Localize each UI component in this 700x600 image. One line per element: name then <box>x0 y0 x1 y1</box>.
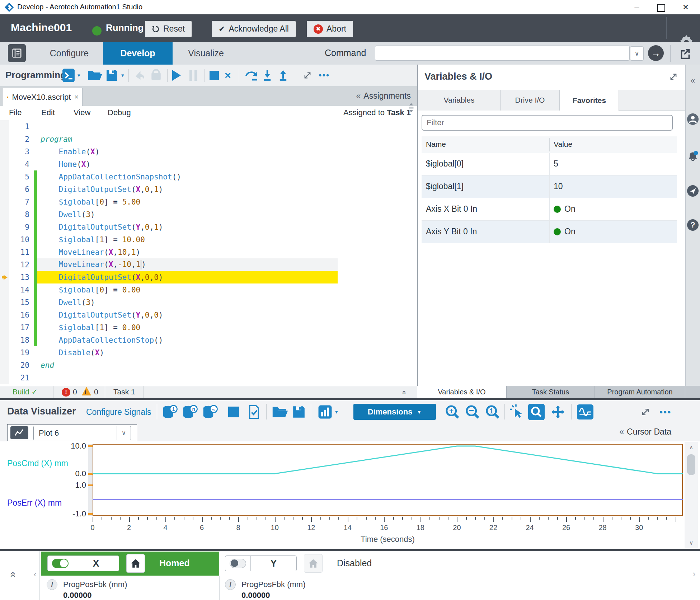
info-icon[interactable]: i <box>225 579 236 590</box>
plot-tab[interactable]: Plot 6 ∨ <box>7 424 137 441</box>
acknowledge-all-button[interactable]: ✔ Acknowledge All <box>212 21 296 37</box>
tab-program-automation[interactable]: Program Automation <box>595 386 685 398</box>
abort-button[interactable]: ✖ Abort <box>307 21 353 37</box>
step-out-icon[interactable] <box>277 69 289 82</box>
code-line[interactable]: 5 AppDataCollectionSnapshot() <box>0 170 417 183</box>
series-label-poserr[interactable]: PosErr (X) mm <box>7 498 62 508</box>
chart-scrollbar[interactable]: ∧ ∨ <box>685 442 698 548</box>
file-tab-close-icon[interactable]: × <box>74 93 79 101</box>
tab-task-status[interactable]: Task Status <box>507 386 595 398</box>
chart-type-dropdown-icon[interactable]: ▾ <box>335 409 338 415</box>
code-line[interactable]: 16 DigitalOutputSet(Y,0,0) <box>0 309 417 321</box>
expand-handle-icon[interactable]: › <box>692 568 696 580</box>
column-value[interactable]: Value <box>554 140 572 149</box>
breakpoint-margin[interactable] <box>0 133 9 145</box>
breakpoint-margin[interactable] <box>0 208 9 221</box>
zoom-out-icon[interactable]: − <box>465 404 480 419</box>
table-row[interactable]: Axis Y Bit 0 InOn <box>422 221 677 243</box>
tab-configure[interactable]: Configure <box>36 42 103 65</box>
code-line[interactable]: 19 Disable(X) <box>0 346 417 359</box>
menu-edit[interactable]: Edit <box>41 108 55 117</box>
new-script-dropdown-icon[interactable]: ▾ <box>77 72 80 79</box>
breakpoint-margin[interactable] <box>0 258 9 271</box>
code-line[interactable]: 17 $iglobal[1] = 0.00 <box>0 321 417 334</box>
info-icon[interactable]: i <box>47 579 57 590</box>
menu-debug[interactable]: Debug <box>108 108 131 117</box>
breakpoint-margin[interactable] <box>0 196 9 208</box>
more-options-icon[interactable]: ••• <box>319 70 330 80</box>
table-row[interactable]: $iglobal[0]5 <box>422 153 677 175</box>
step-over-icon[interactable] <box>244 69 258 82</box>
maximize-button[interactable] <box>653 1 670 13</box>
collection-check-icon[interactable] <box>248 405 260 419</box>
reset-button[interactable]: Reset <box>145 21 192 37</box>
account-icon[interactable] <box>687 113 699 125</box>
code-line[interactable]: 15 Dwell(3) <box>0 296 417 309</box>
scrollbar-thumb[interactable] <box>687 454 695 475</box>
pan-tool-icon[interactable] <box>550 404 565 419</box>
menu-icon[interactable] <box>8 44 26 62</box>
breakpoint-margin[interactable] <box>0 309 9 321</box>
breakpoint-margin[interactable] <box>0 145 9 158</box>
code-line[interactable]: 8 Dwell(3) <box>0 208 417 221</box>
code-line[interactable]: 13 DigitalOutputSet(X,0,0) <box>0 271 417 283</box>
new-script-icon[interactable] <box>62 68 75 83</box>
zoom-in-icon[interactable]: + <box>445 404 460 419</box>
code-line[interactable]: 2program <box>0 133 417 145</box>
breakpoint-margin[interactable] <box>0 170 9 183</box>
zoom-reset-icon[interactable]: 1 <box>485 404 500 419</box>
tab-favorites[interactable]: Favorites <box>560 90 619 111</box>
scroll-down-icon[interactable]: ∨ <box>685 538 698 548</box>
code-line[interactable]: 9 DigitalOutputSet(Y,0,1) <box>0 221 417 233</box>
signal-trace-icon[interactable] <box>577 404 593 419</box>
visualizer-more-icon[interactable]: ••• <box>659 406 671 417</box>
record-once-icon[interactable]: 1 <box>162 405 178 419</box>
breakpoint-margin[interactable] <box>0 158 9 170</box>
code-line[interactable]: 10 $iglobal[1] = 10.00 <box>0 233 417 246</box>
tab-variables[interactable]: Variables <box>418 90 501 111</box>
configure-signals-link[interactable]: Configure Signals <box>86 407 151 417</box>
open-plot-file-icon[interactable] <box>272 406 288 418</box>
code-line[interactable]: 3 Enable(X) <box>0 145 417 158</box>
record-n-icon[interactable]: n <box>182 405 198 419</box>
assignments-toggle[interactable]: «Assignments <box>356 91 411 101</box>
code-line[interactable]: 11 MoveLinear(X,10,1) <box>0 246 417 258</box>
menu-view[interactable]: View <box>74 108 90 117</box>
expand-panel-icon[interactable] <box>669 72 678 81</box>
save-dropdown-icon[interactable]: ▾ <box>121 72 124 79</box>
code-line[interactable]: 1 <box>0 120 417 133</box>
record-continuous-icon[interactable]: ∞ <box>202 405 218 419</box>
code-line[interactable]: 7 $iglobal[0] = 5.00 <box>0 196 417 208</box>
plot-selector-chevron-icon[interactable]: ∨ <box>117 426 131 440</box>
tab-develop[interactable]: Develop <box>103 42 173 65</box>
chart-type-icon[interactable] <box>318 405 332 419</box>
axis-x-home-button[interactable] <box>126 554 145 573</box>
run-icon[interactable] <box>172 70 181 81</box>
cursor-data-toggle[interactable]: «Cursor Data <box>619 427 671 437</box>
code-line[interactable]: 14 $iglobal[0] = 0.00 <box>0 283 417 296</box>
collapse-strip-icon[interactable]: « <box>687 75 699 87</box>
plot-selector[interactable]: Plot 6 ∨ <box>33 426 131 440</box>
code-line[interactable]: 21 <box>0 371 417 384</box>
code-line[interactable]: 6 DigitalOutputSet(X,0,1) <box>0 183 417 196</box>
tab-variables-io[interactable]: Variables & I/O <box>417 386 507 398</box>
expand-programming-icon[interactable] <box>303 71 312 80</box>
filter-input[interactable] <box>422 115 673 131</box>
breakpoint-margin[interactable] <box>0 346 9 359</box>
scroll-up-icon[interactable]: ∧ <box>685 442 698 453</box>
axis-y-enable-toggle[interactable] <box>230 559 246 568</box>
table-row[interactable]: $iglobal[1]10 <box>422 175 677 198</box>
collapse-editor-icon[interactable]: « <box>400 390 409 394</box>
axis-y-pill[interactable]: Y <box>225 556 297 571</box>
code-editor[interactable]: 12program3 Enable(X)4 Home(X)5 AppDataCo… <box>0 120 417 386</box>
breakpoint-margin[interactable] <box>0 371 9 384</box>
breakpoint-margin[interactable] <box>0 233 9 246</box>
command-input[interactable] <box>375 46 630 61</box>
breakpoint-margin[interactable] <box>0 283 9 296</box>
code-line[interactable]: 18 AppDataCollectionStop() <box>0 334 417 346</box>
help-icon[interactable]: ? <box>687 219 699 231</box>
breakpoint-margin[interactable] <box>0 296 9 309</box>
table-row[interactable]: Axis X Bit 0 InOn <box>422 198 677 221</box>
zoom-tool-icon[interactable] <box>528 404 545 420</box>
save-plot-icon[interactable] <box>292 405 306 419</box>
